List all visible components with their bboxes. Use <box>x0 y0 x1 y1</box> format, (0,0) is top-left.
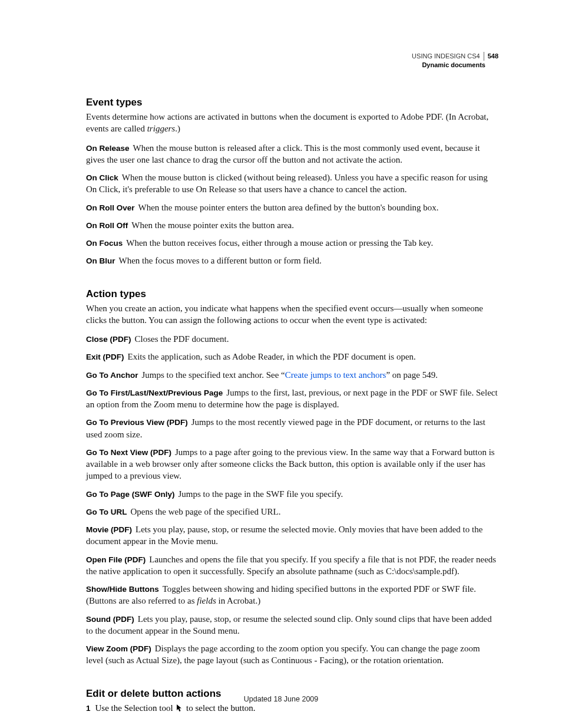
body-showhide-post: in Acrobat.) <box>216 596 260 605</box>
body-on-rollover: When the mouse pointer enters the button… <box>138 203 439 212</box>
def-on-focus: On FocusWhen the button receives focus, … <box>86 237 498 249</box>
body-goto-page: Jumps to the page in the SWF file you sp… <box>178 489 343 499</box>
link-create-jumps[interactable]: Create jumps to text anchors <box>285 370 386 380</box>
body-anchor-post: ” on page 549. <box>386 370 437 380</box>
def-on-blur: On BlurWhen the focus moves to a differe… <box>86 255 498 266</box>
def-on-click: On ClickWhen the mouse button is clicked… <box>86 172 498 196</box>
body-on-rolloff: When the mouse pointer exits the button … <box>131 220 294 230</box>
body-sound: Lets you play, pause, stop, or resume th… <box>86 614 492 635</box>
def-on-rolloff: On Roll OffWhen the mouse pointer exits … <box>86 219 498 231</box>
term-on-release: On Release <box>86 144 130 153</box>
body-on-release: When the mouse button is released after … <box>86 143 480 164</box>
term-sound: Sound (PDF) <box>86 615 134 624</box>
product-name: USING INDESIGN CS4 <box>412 52 484 61</box>
term-prev-view: Go To Previous View (PDF) <box>86 418 188 427</box>
page-number: 548 <box>484 52 498 60</box>
events-intro-tail: .) <box>175 124 180 133</box>
term-on-rollover: On Roll Over <box>86 203 135 212</box>
def-nav: Go To First/Last/Next/Previous PageJumps… <box>86 387 498 411</box>
def-goto-url: Go To URLOpens the web page of the speci… <box>86 506 498 518</box>
term-on-rolloff: On Roll Off <box>86 221 128 230</box>
def-exit: Exit (PDF)Exits the application, such as… <box>86 351 498 363</box>
page: USING INDESIGN CS4548 Dynamic documents … <box>0 0 562 728</box>
body-on-click: When the mouse button is clicked (withou… <box>86 173 488 194</box>
term-exit: Exit (PDF) <box>86 353 124 361</box>
body-on-focus: When the button receives focus, either t… <box>126 238 433 248</box>
term-goto-url: Go To URL <box>86 508 127 516</box>
term-movie: Movie (PDF) <box>86 525 132 534</box>
def-close: Close (PDF)Closes the PDF document. <box>86 333 498 345</box>
body-openfile: Launches and opens the file that you spe… <box>86 555 496 576</box>
running-header: USING INDESIGN CS4548 Dynamic documents <box>412 52 498 70</box>
def-on-release: On ReleaseWhen the mouse button is relea… <box>86 142 498 166</box>
footer-updated: Updated 18 June 2009 <box>0 695 562 703</box>
term-showhide: Show/Hide Buttons <box>86 585 159 594</box>
step-1-number: 1 <box>86 704 91 713</box>
def-anchor: Go To AnchorJumps to the specified text … <box>86 369 498 381</box>
step-1: 1Use the Selection tool to select the bu… <box>86 702 498 715</box>
term-on-blur: On Blur <box>86 256 115 265</box>
events-intro: Events determine how actions are activat… <box>86 111 498 135</box>
events-intro-em: triggers <box>147 124 176 133</box>
selection-tool-icon <box>176 703 183 715</box>
def-movie: Movie (PDF)Lets you play, pause, stop, o… <box>86 523 498 548</box>
def-goto-page: Go To Page (SWF Only)Jumps to the page i… <box>86 488 498 500</box>
def-viewzoom: View Zoom (PDF)Displays the page accordi… <box>86 643 498 667</box>
body-goto-url: Opens the web page of the specified URL. <box>130 507 280 516</box>
header-section: Dynamic documents <box>412 61 498 70</box>
step-1-text-a: Use the Selection tool <box>95 703 176 713</box>
step-1-text-b: to select the button. <box>184 703 255 713</box>
def-on-rollover: On Roll OverWhen the mouse pointer enter… <box>86 202 498 213</box>
body-on-blur: When the focus moves to a different butt… <box>119 256 322 265</box>
body-movie: Lets you play, pause, stop, or resume th… <box>86 525 482 546</box>
heading-event-types: Event types <box>86 97 498 108</box>
body-anchor-pre: Jumps to the specified text anchor. See … <box>142 370 285 380</box>
term-goto-page: Go To Page (SWF Only) <box>86 490 175 499</box>
term-anchor: Go To Anchor <box>86 371 138 380</box>
term-on-focus: On Focus <box>86 239 123 248</box>
heading-action-types: Action types <box>86 288 498 300</box>
actions-intro: When you create an action, you indicate … <box>86 302 498 327</box>
term-next-view: Go To Next View (PDF) <box>86 448 171 457</box>
def-next-view: Go To Next View (PDF)Jumps to a page aft… <box>86 446 498 482</box>
term-nav: Go To First/Last/Next/Previous Page <box>86 388 223 397</box>
term-openfile: Open File (PDF) <box>86 555 146 564</box>
body-showhide-em: fields <box>197 596 216 605</box>
term-on-click: On Click <box>86 173 118 182</box>
def-showhide: Show/Hide ButtonsToggles between showing… <box>86 583 498 607</box>
def-openfile: Open File (PDF)Launches and opens the fi… <box>86 554 498 578</box>
term-close: Close (PDF) <box>86 335 131 344</box>
page-content: Event types Events determine how actions… <box>86 52 498 715</box>
term-viewzoom: View Zoom (PDF) <box>86 644 151 653</box>
body-close: Closes the PDF document. <box>135 334 229 344</box>
events-intro-text: Events determine how actions are activat… <box>86 112 488 133</box>
header-line1: USING INDESIGN CS4548 <box>412 52 498 61</box>
def-sound: Sound (PDF)Lets you play, pause, stop, o… <box>86 613 498 637</box>
body-exit: Exits the application, such as Adobe Rea… <box>128 352 416 361</box>
def-prev-view: Go To Previous View (PDF)Jumps to the mo… <box>86 416 498 440</box>
